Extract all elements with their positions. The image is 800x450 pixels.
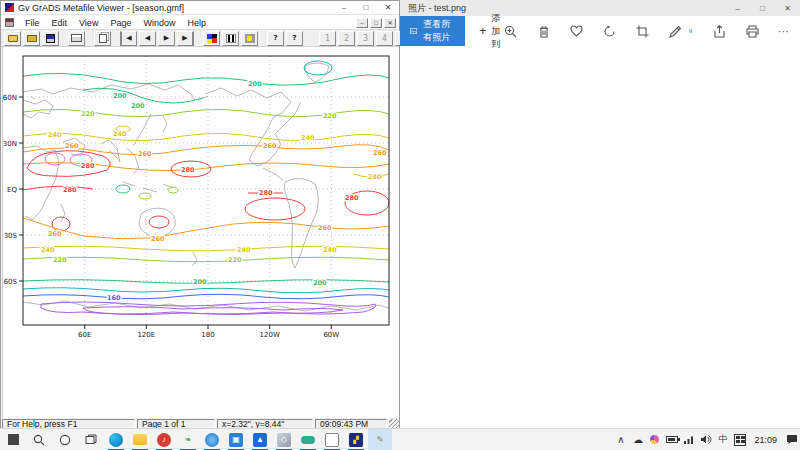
menu-help[interactable]: Help — [181, 18, 212, 28]
cortana-button[interactable] — [52, 429, 78, 450]
taskbar-app-edge[interactable] — [104, 429, 128, 450]
rotate-button[interactable] — [603, 24, 617, 38]
print-button[interactable] — [745, 24, 759, 38]
mdi-restore-button[interactable]: □ — [370, 18, 382, 28]
copy-button[interactable] — [94, 31, 111, 46]
maximize-button[interactable]: □ — [750, 1, 775, 16]
contour-map: 200 200 200 220 220 240 240 240 240 260 … — [3, 47, 401, 407]
taskbar-clock[interactable]: 21:09 — [748, 435, 783, 445]
bw-mode-button[interactable] — [222, 31, 239, 46]
contour-220S — [23, 257, 389, 262]
tray-chevron-icon[interactable]: ∧ — [612, 429, 629, 450]
more-button[interactable]: ⋯ — [778, 25, 790, 38]
maximize-button[interactable]: □ — [355, 1, 377, 14]
y-axis-labels: 60N 30N EQ 30S 60S — [3, 94, 18, 286]
task-view-button[interactable] — [78, 429, 104, 450]
touch-keyboard-icon[interactable] — [731, 429, 748, 450]
network-icon[interactable] — [680, 429, 697, 450]
taskbar-app-grads[interactable]: ▞ — [344, 429, 368, 450]
start-button[interactable] — [0, 429, 26, 450]
grads-window-title: Gv GrADS Metafile Viewer - [season.gmf] — [18, 3, 184, 13]
color-mode-button[interactable] — [203, 31, 220, 46]
minimize-button[interactable]: – — [725, 1, 750, 16]
volume-icon[interactable] — [697, 429, 714, 450]
battery-icon[interactable] — [663, 429, 680, 450]
contour-label: 240 — [301, 134, 315, 142]
contour-label: 160 — [107, 294, 121, 302]
color-profile-icon[interactable] — [646, 429, 663, 450]
windows-logo-icon — [8, 434, 19, 445]
menu-view[interactable]: View — [73, 18, 104, 28]
taskbar-app-notepad[interactable] — [320, 429, 344, 450]
grads-plot-canvas[interactable]: 200 200 200 220 220 240 240 240 240 260 … — [2, 47, 398, 418]
menu-page[interactable]: Page — [104, 18, 137, 28]
ime-language-indicator[interactable]: 中 — [714, 429, 731, 450]
taskbar-app-active[interactable]: ✎ — [368, 429, 392, 450]
view-all-photos-button[interactable]: 查看所有照片 — [400, 16, 465, 46]
grads-app-icon: ▞ — [349, 433, 363, 447]
next-page-button[interactable]: ▶ — [158, 31, 175, 46]
taskbar-app-3d-viewer[interactable]: ◇ — [272, 429, 296, 450]
taskbar-app-teal[interactable] — [296, 429, 320, 450]
page-3-button[interactable]: 3 — [357, 31, 374, 46]
contour-280-australia — [149, 216, 169, 228]
page-1-button[interactable]: 1 — [319, 31, 336, 46]
last-page-button[interactable]: ▶ — [177, 31, 194, 46]
help-button[interactable]: ? — [267, 31, 284, 46]
contour-label: 260 — [263, 142, 277, 150]
contour-label: 200 — [113, 92, 127, 100]
view-all-photos-label: 查看所有照片 — [423, 18, 455, 44]
menu-file[interactable]: File — [19, 18, 46, 28]
context-help-button[interactable]: ? — [286, 31, 303, 46]
delete-button[interactable] — [537, 24, 551, 38]
taskbar-app-mail[interactable]: ▣ — [224, 429, 248, 450]
edit-create-button[interactable] — [669, 24, 683, 38]
cube-icon: ◇ — [277, 433, 291, 447]
teal-app-icon — [301, 436, 315, 444]
taskbar-app-red[interactable]: ♪ — [152, 429, 176, 450]
share-button[interactable] — [712, 24, 726, 38]
search-button[interactable] — [26, 429, 52, 450]
chevron-down-icon[interactable]: ∨ — [688, 27, 693, 35]
taskbar-app-green[interactable]: ❧ — [176, 429, 200, 450]
contour-label: 220 — [81, 110, 95, 118]
page-2-button[interactable]: 2 — [338, 31, 355, 46]
taskbar-app-file-explorer[interactable] — [128, 429, 152, 450]
svg-text:60W: 60W — [323, 331, 339, 339]
add-to-label: 添加到 — [491, 12, 504, 51]
reopen-button[interactable] — [23, 31, 40, 46]
folder-icon — [27, 35, 37, 42]
taskbar-app-photos[interactable]: ▲ — [248, 429, 272, 450]
minimize-button[interactable]: – — [333, 1, 355, 14]
contour-280-safrica — [52, 217, 70, 231]
invert-mode-button[interactable] — [241, 31, 258, 46]
green-app-icon: ❧ — [181, 433, 195, 447]
print-button[interactable] — [68, 31, 85, 46]
colors-icon — [207, 34, 217, 43]
add-to-button[interactable]: + 添加到 — [479, 12, 504, 51]
prev-page-button[interactable]: ◀ — [139, 31, 156, 46]
action-center-icon[interactable] — [783, 429, 800, 450]
photos-titlebar[interactable]: 照片 - test.png – □ ✕ — [400, 0, 800, 16]
mdi-close-button[interactable]: ✕ — [384, 18, 396, 28]
menu-window[interactable]: Window — [137, 18, 181, 28]
crop-button[interactable] — [636, 24, 650, 38]
close-button[interactable]: ✕ — [775, 1, 800, 16]
open-button[interactable] — [4, 31, 21, 46]
grads-titlebar[interactable]: Gv GrADS Metafile Viewer - [season.gmf] … — [1, 1, 399, 15]
zoom-button[interactable] — [504, 24, 518, 38]
resize-grip[interactable] — [389, 419, 399, 429]
menu-edit[interactable]: Edit — [46, 18, 74, 28]
close-button[interactable]: ✕ — [377, 1, 399, 14]
edge-icon — [109, 433, 123, 447]
taskbar-app-browser[interactable] — [200, 429, 224, 450]
first-page-button[interactable]: ◀ — [120, 31, 137, 46]
mdi-minimize-button[interactable]: – — [356, 18, 368, 28]
page-4-button[interactable]: 4 — [376, 31, 393, 46]
onedrive-cloud-icon[interactable]: ☁ — [629, 429, 646, 450]
favorite-button[interactable] — [570, 24, 584, 38]
crop-icon — [636, 25, 649, 38]
file-explorer-icon — [133, 434, 147, 445]
contour-label: 240 — [48, 131, 62, 139]
save-button[interactable] — [42, 31, 59, 46]
